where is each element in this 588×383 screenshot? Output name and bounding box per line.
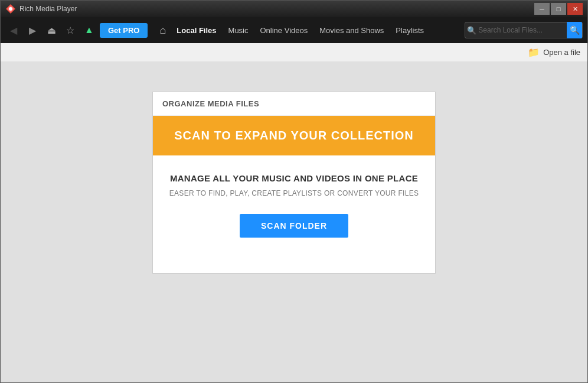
back-button[interactable]: ◀: [5, 22, 22, 38]
scan-folder-button[interactable]: SCAN FOLDER: [240, 214, 348, 238]
card-title: MANAGE ALL YOUR MUSIC AND VIDEOS IN ONE …: [162, 173, 426, 183]
scan-banner-text: SCAN TO EXPAND YOUR COLLECTION: [174, 129, 414, 142]
forward-icon: ▶: [29, 25, 36, 36]
card-subtitle: EASER TO FIND, PLAY, CREATE PLAYLISTS OR…: [162, 189, 426, 197]
search-icon-button[interactable]: 🔍: [465, 22, 478, 38]
nav-local-files[interactable]: Local Files: [171, 24, 222, 37]
open-file-label: Open a file: [543, 48, 580, 57]
search-icon: 🔍: [467, 26, 476, 35]
home-icon: ⌂: [159, 24, 166, 37]
maximize-button[interactable]: □: [551, 3, 566, 15]
nav-playlists[interactable]: Playlists: [390, 24, 430, 37]
main-content: ORGANIZE MEDIA FILES SCAN TO EXPAND YOUR…: [1, 62, 587, 382]
scan-banner[interactable]: SCAN TO EXPAND YOUR COLLECTION: [153, 116, 435, 155]
minimize-button[interactable]: ─: [534, 3, 550, 15]
settings-button[interactable]: ☆: [62, 22, 79, 38]
eject-button[interactable]: ⏏: [43, 22, 60, 38]
svg-point-2: [9, 7, 12, 11]
get-pro-button[interactable]: Get PRO: [100, 23, 148, 38]
back-icon: ◀: [10, 25, 17, 36]
titlebar: Rich Media Player ─ □ ✕: [1, 1, 587, 17]
nav-music[interactable]: Music: [223, 24, 254, 37]
search-submit-button[interactable]: 🔍: [567, 22, 582, 38]
android-button[interactable]: ▲: [81, 22, 97, 38]
titlebar-controls: ─ □ ✕: [534, 3, 583, 15]
open-file-button[interactable]: 📁 Open a file: [528, 47, 580, 58]
card-body: MANAGE ALL YOUR MUSIC AND VIDEOS IN ONE …: [153, 155, 435, 249]
forward-button[interactable]: ▶: [24, 22, 41, 38]
app-window: Rich Media Player ─ □ ✕ ◀ ▶ ⏏ ☆ ▲ Get PR…: [0, 0, 588, 383]
titlebar-title: Rich Media Player: [19, 5, 534, 13]
nav-movies-and-shows[interactable]: Movies and Shows: [313, 24, 390, 37]
search-box: 🔍 🔍: [465, 22, 583, 38]
toolbar: ◀ ▶ ⏏ ☆ ▲ Get PRO ⌂ Local Files Music On…: [1, 17, 587, 43]
eject-icon: ⏏: [47, 25, 56, 36]
nav-online-videos[interactable]: Online Videos: [254, 24, 314, 37]
android-icon: ▲: [84, 25, 94, 35]
search-submit-icon: 🔍: [570, 25, 580, 35]
nav-home-button[interactable]: ⌂: [155, 22, 171, 39]
card-header: ORGANIZE MEDIA FILES: [153, 92, 435, 116]
nav-links: ⌂ Local Files Music Online Videos Movies…: [155, 22, 462, 39]
app-logo: [5, 4, 16, 14]
close-button[interactable]: ✕: [567, 3, 583, 15]
open-file-bar: 📁 Open a file: [1, 43, 587, 62]
settings-icon: ☆: [66, 25, 74, 36]
organize-card: ORGANIZE MEDIA FILES SCAN TO EXPAND YOUR…: [152, 92, 436, 274]
folder-icon: 📁: [528, 47, 540, 58]
search-input[interactable]: [478, 26, 567, 34]
